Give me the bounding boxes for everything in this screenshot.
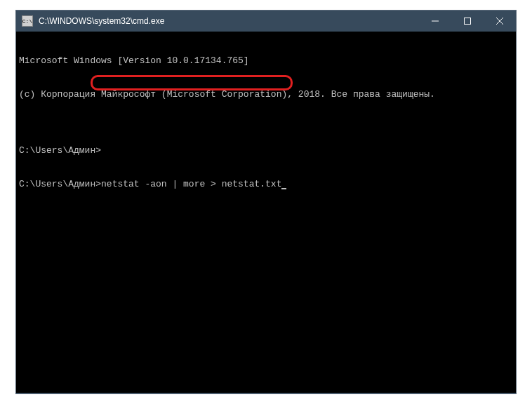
window-controls [419, 11, 516, 32]
terminal-prompt-line: C:\Users\Админ> [19, 145, 513, 156]
titlebar[interactable]: C:\ C:\WINDOWS\system32\cmd.exe [16, 11, 516, 32]
terminal-area[interactable]: Microsoft Windows [Version 10.0.17134.76… [16, 32, 516, 393]
close-button[interactable] [484, 11, 516, 32]
terminal-prompt: C:\Users\Админ> [19, 179, 101, 189]
terminal-command-input[interactable]: netstat -aon | more > netstat.txt [101, 179, 281, 189]
terminal-output-line: (с) Корпорация Майкрософт (Microsoft Cor… [19, 89, 513, 100]
cursor [281, 188, 286, 189]
window-title: C:\WINDOWS\system32\cmd.exe [39, 16, 419, 26]
command-prompt-window: C:\ C:\WINDOWS\system32\cmd.exe Microsof… [15, 10, 517, 394]
annotation-highlight [91, 75, 293, 90]
svg-rect-1 [465, 18, 471, 25]
maximize-button[interactable] [451, 11, 484, 32]
terminal-output-line: Microsoft Windows [Version 10.0.17134.76… [19, 55, 513, 67]
cmd-icon: C:\ [22, 15, 33, 27]
minimize-button[interactable] [419, 11, 451, 32]
terminal-command-line: C:\Users\Админ>netstat -aon | more > net… [19, 179, 513, 190]
